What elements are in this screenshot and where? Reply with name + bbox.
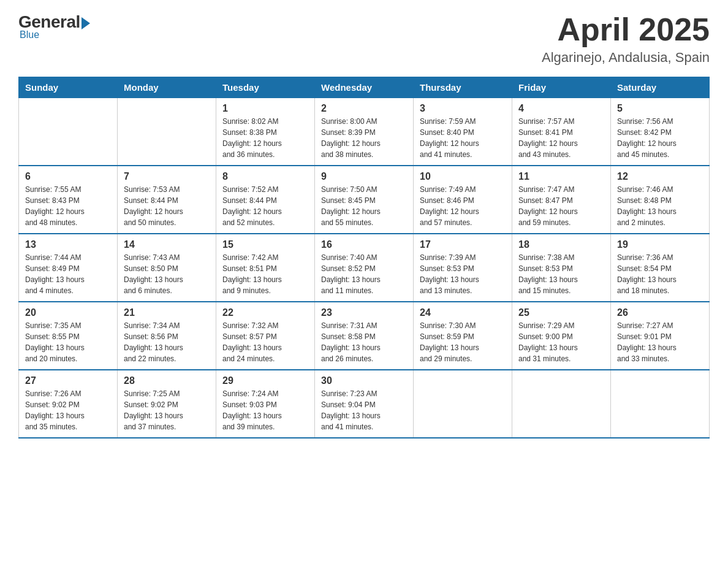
page-header: General Blue April 2025 Algarinejo, Anda…	[18, 12, 710, 66]
day-number: 7	[124, 171, 210, 182]
day-number: 17	[420, 239, 506, 250]
day-number: 13	[25, 239, 111, 250]
calendar-cell: 24Sunrise: 7:30 AM Sunset: 8:59 PM Dayli…	[414, 302, 512, 370]
day-number: 28	[124, 375, 210, 386]
day-info: Sunrise: 8:02 AM Sunset: 8:38 PM Dayligh…	[222, 116, 308, 160]
calendar-cell: 27Sunrise: 7:26 AM Sunset: 9:02 PM Dayli…	[19, 370, 118, 438]
calendar-cell: 17Sunrise: 7:39 AM Sunset: 8:53 PM Dayli…	[414, 234, 512, 302]
day-info: Sunrise: 7:42 AM Sunset: 8:51 PM Dayligh…	[222, 252, 308, 296]
day-info: Sunrise: 7:56 AM Sunset: 8:42 PM Dayligh…	[617, 116, 703, 160]
day-info: Sunrise: 7:50 AM Sunset: 8:45 PM Dayligh…	[321, 184, 407, 228]
day-number: 20	[25, 307, 111, 318]
day-info: Sunrise: 7:49 AM Sunset: 8:46 PM Dayligh…	[420, 184, 506, 228]
title-area: April 2025 Algarinejo, Andalusia, Spain	[542, 12, 710, 66]
calendar-cell	[19, 98, 118, 166]
day-number: 25	[518, 307, 604, 318]
logo-blue-text: Blue	[20, 29, 39, 40]
day-info: Sunrise: 7:43 AM Sunset: 8:50 PM Dayligh…	[124, 252, 210, 296]
day-info: Sunrise: 7:34 AM Sunset: 8:56 PM Dayligh…	[124, 320, 210, 364]
calendar-header-row: SundayMondayTuesdayWednesdayThursdayFrid…	[19, 77, 710, 98]
day-header-monday: Monday	[118, 77, 216, 98]
day-number: 1	[222, 103, 308, 114]
day-number: 14	[124, 239, 210, 250]
day-number: 9	[321, 171, 407, 182]
calendar-cell: 5Sunrise: 7:56 AM Sunset: 8:42 PM Daylig…	[611, 98, 710, 166]
day-info: Sunrise: 7:47 AM Sunset: 8:47 PM Dayligh…	[518, 184, 604, 228]
day-number: 10	[420, 171, 506, 182]
calendar-week-row: 20Sunrise: 7:35 AM Sunset: 8:55 PM Dayli…	[19, 302, 710, 370]
day-number: 6	[25, 171, 111, 182]
day-number: 23	[321, 307, 407, 318]
calendar-cell: 15Sunrise: 7:42 AM Sunset: 8:51 PM Dayli…	[216, 234, 315, 302]
calendar-cell: 21Sunrise: 7:34 AM Sunset: 8:56 PM Dayli…	[118, 302, 216, 370]
day-info: Sunrise: 7:55 AM Sunset: 8:43 PM Dayligh…	[25, 184, 111, 228]
calendar-cell: 3Sunrise: 7:59 AM Sunset: 8:40 PM Daylig…	[414, 98, 512, 166]
day-info: Sunrise: 8:00 AM Sunset: 8:39 PM Dayligh…	[321, 116, 407, 160]
day-header-friday: Friday	[512, 77, 611, 98]
calendar-cell	[414, 370, 512, 438]
calendar-cell: 8Sunrise: 7:52 AM Sunset: 8:44 PM Daylig…	[216, 166, 315, 234]
calendar-cell: 26Sunrise: 7:27 AM Sunset: 9:01 PM Dayli…	[611, 302, 710, 370]
day-info: Sunrise: 7:38 AM Sunset: 8:53 PM Dayligh…	[518, 252, 604, 296]
day-header-wednesday: Wednesday	[315, 77, 414, 98]
calendar-week-row: 13Sunrise: 7:44 AM Sunset: 8:49 PM Dayli…	[19, 234, 710, 302]
day-info: Sunrise: 7:46 AM Sunset: 8:48 PM Dayligh…	[617, 184, 703, 228]
calendar-cell: 16Sunrise: 7:40 AM Sunset: 8:52 PM Dayli…	[315, 234, 414, 302]
calendar-cell: 23Sunrise: 7:31 AM Sunset: 8:58 PM Dayli…	[315, 302, 414, 370]
calendar-cell: 25Sunrise: 7:29 AM Sunset: 9:00 PM Dayli…	[512, 302, 611, 370]
day-number: 18	[518, 239, 604, 250]
calendar-cell: 2Sunrise: 8:00 AM Sunset: 8:39 PM Daylig…	[315, 98, 414, 166]
day-number: 19	[617, 239, 703, 250]
calendar-cell: 18Sunrise: 7:38 AM Sunset: 8:53 PM Dayli…	[512, 234, 611, 302]
calendar-cell: 19Sunrise: 7:36 AM Sunset: 8:54 PM Dayli…	[611, 234, 710, 302]
calendar-cell: 12Sunrise: 7:46 AM Sunset: 8:48 PM Dayli…	[611, 166, 710, 234]
day-header-thursday: Thursday	[414, 77, 512, 98]
page-subtitle: Algarinejo, Andalusia, Spain	[542, 50, 710, 66]
day-number: 3	[420, 103, 506, 114]
day-info: Sunrise: 7:32 AM Sunset: 8:57 PM Dayligh…	[222, 320, 308, 364]
day-info: Sunrise: 7:53 AM Sunset: 8:44 PM Dayligh…	[124, 184, 210, 228]
day-number: 12	[617, 171, 703, 182]
calendar-cell: 29Sunrise: 7:24 AM Sunset: 9:03 PM Dayli…	[216, 370, 315, 438]
day-info: Sunrise: 7:36 AM Sunset: 8:54 PM Dayligh…	[617, 252, 703, 296]
day-number: 30	[321, 375, 407, 386]
day-info: Sunrise: 7:30 AM Sunset: 8:59 PM Dayligh…	[420, 320, 506, 364]
day-info: Sunrise: 7:31 AM Sunset: 8:58 PM Dayligh…	[321, 320, 407, 364]
day-number: 29	[222, 375, 308, 386]
calendar-cell: 10Sunrise: 7:49 AM Sunset: 8:46 PM Dayli…	[414, 166, 512, 234]
day-info: Sunrise: 7:59 AM Sunset: 8:40 PM Dayligh…	[420, 116, 506, 160]
day-number: 27	[25, 375, 111, 386]
day-info: Sunrise: 7:39 AM Sunset: 8:53 PM Dayligh…	[420, 252, 506, 296]
calendar-cell: 1Sunrise: 8:02 AM Sunset: 8:38 PM Daylig…	[216, 98, 315, 166]
day-info: Sunrise: 7:23 AM Sunset: 9:04 PM Dayligh…	[321, 388, 407, 432]
day-info: Sunrise: 7:24 AM Sunset: 9:03 PM Dayligh…	[222, 388, 308, 432]
calendar-cell: 13Sunrise: 7:44 AM Sunset: 8:49 PM Dayli…	[19, 234, 118, 302]
calendar-cell: 7Sunrise: 7:53 AM Sunset: 8:44 PM Daylig…	[118, 166, 216, 234]
day-number: 11	[518, 171, 604, 182]
day-number: 2	[321, 103, 407, 114]
calendar-cell	[512, 370, 611, 438]
calendar-week-row: 6Sunrise: 7:55 AM Sunset: 8:43 PM Daylig…	[19, 166, 710, 234]
day-number: 21	[124, 307, 210, 318]
day-number: 4	[518, 103, 604, 114]
page-title: April 2025	[542, 12, 710, 47]
calendar-cell: 22Sunrise: 7:32 AM Sunset: 8:57 PM Dayli…	[216, 302, 315, 370]
day-info: Sunrise: 7:44 AM Sunset: 8:49 PM Dayligh…	[25, 252, 111, 296]
calendar-cell	[611, 370, 710, 438]
calendar-cell: 11Sunrise: 7:47 AM Sunset: 8:47 PM Dayli…	[512, 166, 611, 234]
day-number: 15	[222, 239, 308, 250]
calendar-week-row: 1Sunrise: 8:02 AM Sunset: 8:38 PM Daylig…	[19, 98, 710, 166]
calendar-cell: 6Sunrise: 7:55 AM Sunset: 8:43 PM Daylig…	[19, 166, 118, 234]
day-header-tuesday: Tuesday	[216, 77, 315, 98]
calendar-table: SundayMondayTuesdayWednesdayThursdayFrid…	[18, 77, 710, 439]
calendar-cell: 28Sunrise: 7:25 AM Sunset: 9:02 PM Dayli…	[118, 370, 216, 438]
calendar-cell: 20Sunrise: 7:35 AM Sunset: 8:55 PM Dayli…	[19, 302, 118, 370]
day-info: Sunrise: 7:25 AM Sunset: 9:02 PM Dayligh…	[124, 388, 210, 432]
day-info: Sunrise: 7:40 AM Sunset: 8:52 PM Dayligh…	[321, 252, 407, 296]
calendar-cell: 30Sunrise: 7:23 AM Sunset: 9:04 PM Dayli…	[315, 370, 414, 438]
calendar-cell: 9Sunrise: 7:50 AM Sunset: 8:45 PM Daylig…	[315, 166, 414, 234]
calendar-cell: 14Sunrise: 7:43 AM Sunset: 8:50 PM Dayli…	[118, 234, 216, 302]
calendar-week-row: 27Sunrise: 7:26 AM Sunset: 9:02 PM Dayli…	[19, 370, 710, 438]
day-number: 5	[617, 103, 703, 114]
logo-arrow-icon	[82, 17, 90, 29]
